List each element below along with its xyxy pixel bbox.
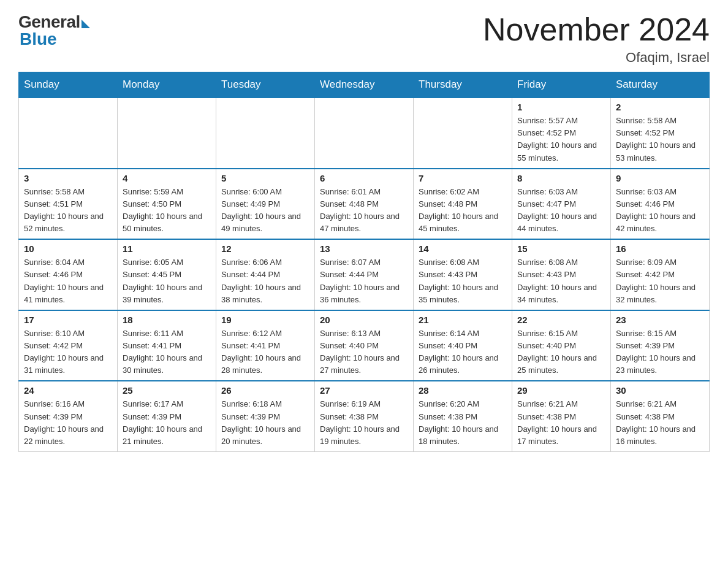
day-number: 25 [123, 385, 211, 396]
calendar-cell: 27Sunrise: 6:19 AM Sunset: 4:38 PM Dayli… [315, 381, 414, 451]
day-info: Sunrise: 6:21 AM Sunset: 4:38 PM Dayligh… [616, 398, 704, 448]
logo: General Blue [18, 12, 90, 49]
day-number: 1 [517, 102, 605, 112]
day-info: Sunrise: 6:20 AM Sunset: 4:38 PM Dayligh… [419, 398, 507, 448]
calendar-day-header: Thursday [414, 72, 512, 98]
day-number: 19 [221, 315, 309, 325]
month-title: November 2024 [483, 12, 710, 47]
day-number: 13 [320, 243, 408, 254]
calendar-cell: 28Sunrise: 6:20 AM Sunset: 4:38 PM Dayli… [414, 381, 512, 451]
calendar-cell: 12Sunrise: 6:06 AM Sunset: 4:44 PM Dayli… [216, 239, 315, 310]
day-info: Sunrise: 6:00 AM Sunset: 4:49 PM Dayligh… [221, 186, 309, 236]
day-number: 17 [24, 315, 112, 325]
day-number: 26 [221, 385, 309, 396]
logo-arrow-icon [82, 20, 90, 28]
day-number: 18 [123, 315, 211, 325]
calendar-cell: 13Sunrise: 6:07 AM Sunset: 4:44 PM Dayli… [315, 239, 414, 310]
calendar-cell: 15Sunrise: 6:08 AM Sunset: 4:43 PM Dayli… [512, 239, 611, 310]
calendar-cell: 22Sunrise: 6:15 AM Sunset: 4:40 PM Dayli… [512, 310, 611, 381]
calendar-cell: 5Sunrise: 6:00 AM Sunset: 4:49 PM Daylig… [216, 169, 315, 240]
calendar-cell: 14Sunrise: 6:08 AM Sunset: 4:43 PM Dayli… [414, 239, 512, 310]
calendar-cell [19, 98, 118, 169]
calendar-cell: 30Sunrise: 6:21 AM Sunset: 4:38 PM Dayli… [611, 381, 710, 451]
day-number: 3 [24, 173, 112, 183]
day-number: 20 [320, 315, 408, 325]
day-number: 24 [24, 385, 112, 396]
day-info: Sunrise: 6:08 AM Sunset: 4:43 PM Dayligh… [419, 256, 507, 306]
day-number: 7 [419, 173, 507, 183]
calendar-cell: 6Sunrise: 6:01 AM Sunset: 4:48 PM Daylig… [315, 169, 414, 240]
day-number: 8 [517, 173, 605, 183]
day-info: Sunrise: 6:12 AM Sunset: 4:41 PM Dayligh… [221, 327, 309, 377]
calendar-cell: 3Sunrise: 5:58 AM Sunset: 4:51 PM Daylig… [19, 169, 118, 240]
page-header: General Blue November 2024 Ofaqim, Israe… [18, 12, 710, 66]
calendar-cell: 29Sunrise: 6:21 AM Sunset: 4:38 PM Dayli… [512, 381, 611, 451]
day-info: Sunrise: 6:02 AM Sunset: 4:48 PM Dayligh… [419, 186, 507, 236]
day-info: Sunrise: 6:14 AM Sunset: 4:40 PM Dayligh… [419, 327, 507, 377]
day-info: Sunrise: 6:10 AM Sunset: 4:42 PM Dayligh… [24, 327, 112, 377]
calendar-cell: 20Sunrise: 6:13 AM Sunset: 4:40 PM Dayli… [315, 310, 414, 381]
calendar-cell: 4Sunrise: 5:59 AM Sunset: 4:50 PM Daylig… [118, 169, 216, 240]
day-number: 16 [616, 243, 704, 254]
day-number: 9 [616, 173, 704, 183]
calendar-week-row: 3Sunrise: 5:58 AM Sunset: 4:51 PM Daylig… [19, 169, 710, 240]
title-area: November 2024 Ofaqim, Israel [483, 12, 710, 66]
calendar-week-row: 1Sunrise: 5:57 AM Sunset: 4:52 PM Daylig… [19, 98, 710, 169]
calendar-cell [414, 98, 512, 169]
day-number: 30 [616, 385, 704, 396]
day-number: 29 [517, 385, 605, 396]
calendar-day-header: Sunday [19, 72, 118, 98]
day-number: 4 [123, 173, 211, 183]
calendar-cell [118, 98, 216, 169]
day-info: Sunrise: 6:15 AM Sunset: 4:40 PM Dayligh… [517, 327, 605, 377]
calendar-cell: 19Sunrise: 6:12 AM Sunset: 4:41 PM Dayli… [216, 310, 315, 381]
logo-blue-text: Blue [20, 29, 57, 49]
calendar-week-row: 17Sunrise: 6:10 AM Sunset: 4:42 PM Dayli… [19, 310, 710, 381]
calendar-cell: 18Sunrise: 6:11 AM Sunset: 4:41 PM Dayli… [118, 310, 216, 381]
day-info: Sunrise: 5:58 AM Sunset: 4:51 PM Dayligh… [24, 186, 112, 236]
day-number: 10 [24, 243, 112, 254]
day-info: Sunrise: 6:01 AM Sunset: 4:48 PM Dayligh… [320, 186, 408, 236]
calendar-day-header: Tuesday [216, 72, 315, 98]
calendar-header-row: SundayMondayTuesdayWednesdayThursdayFrid… [19, 72, 710, 98]
calendar-day-header: Monday [118, 72, 216, 98]
day-info: Sunrise: 6:19 AM Sunset: 4:38 PM Dayligh… [320, 398, 408, 448]
day-number: 2 [616, 102, 704, 112]
day-number: 11 [123, 243, 211, 254]
day-number: 27 [320, 385, 408, 396]
day-info: Sunrise: 6:07 AM Sunset: 4:44 PM Dayligh… [320, 256, 408, 306]
calendar-cell: 1Sunrise: 5:57 AM Sunset: 4:52 PM Daylig… [512, 98, 611, 169]
calendar-cell: 11Sunrise: 6:05 AM Sunset: 4:45 PM Dayli… [118, 239, 216, 310]
day-info: Sunrise: 5:59 AM Sunset: 4:50 PM Dayligh… [123, 186, 211, 236]
calendar-cell [315, 98, 414, 169]
calendar-cell: 2Sunrise: 5:58 AM Sunset: 4:52 PM Daylig… [611, 98, 710, 169]
day-info: Sunrise: 6:04 AM Sunset: 4:46 PM Dayligh… [24, 256, 112, 306]
day-info: Sunrise: 6:09 AM Sunset: 4:42 PM Dayligh… [616, 256, 704, 306]
day-info: Sunrise: 6:18 AM Sunset: 4:39 PM Dayligh… [221, 398, 309, 448]
day-info: Sunrise: 6:03 AM Sunset: 4:46 PM Dayligh… [616, 186, 704, 236]
calendar-cell: 8Sunrise: 6:03 AM Sunset: 4:47 PM Daylig… [512, 169, 611, 240]
day-info: Sunrise: 6:21 AM Sunset: 4:38 PM Dayligh… [517, 398, 605, 448]
calendar-day-header: Saturday [611, 72, 710, 98]
calendar-day-header: Wednesday [315, 72, 414, 98]
calendar-week-row: 24Sunrise: 6:16 AM Sunset: 4:39 PM Dayli… [19, 381, 710, 451]
day-number: 15 [517, 243, 605, 254]
day-info: Sunrise: 6:13 AM Sunset: 4:40 PM Dayligh… [320, 327, 408, 377]
calendar-cell [216, 98, 315, 169]
day-number: 5 [221, 173, 309, 183]
calendar-cell: 24Sunrise: 6:16 AM Sunset: 4:39 PM Dayli… [19, 381, 118, 451]
day-info: Sunrise: 6:08 AM Sunset: 4:43 PM Dayligh… [517, 256, 605, 306]
calendar-cell: 26Sunrise: 6:18 AM Sunset: 4:39 PM Dayli… [216, 381, 315, 451]
calendar-cell: 10Sunrise: 6:04 AM Sunset: 4:46 PM Dayli… [19, 239, 118, 310]
calendar-cell: 23Sunrise: 6:15 AM Sunset: 4:39 PM Dayli… [611, 310, 710, 381]
calendar-cell: 7Sunrise: 6:02 AM Sunset: 4:48 PM Daylig… [414, 169, 512, 240]
day-number: 22 [517, 315, 605, 325]
day-info: Sunrise: 6:17 AM Sunset: 4:39 PM Dayligh… [123, 398, 211, 448]
day-number: 28 [419, 385, 507, 396]
calendar-day-header: Friday [512, 72, 611, 98]
calendar-cell: 9Sunrise: 6:03 AM Sunset: 4:46 PM Daylig… [611, 169, 710, 240]
day-info: Sunrise: 6:05 AM Sunset: 4:45 PM Dayligh… [123, 256, 211, 306]
day-number: 21 [419, 315, 507, 325]
day-info: Sunrise: 6:16 AM Sunset: 4:39 PM Dayligh… [24, 398, 112, 448]
calendar-cell: 16Sunrise: 6:09 AM Sunset: 4:42 PM Dayli… [611, 239, 710, 310]
